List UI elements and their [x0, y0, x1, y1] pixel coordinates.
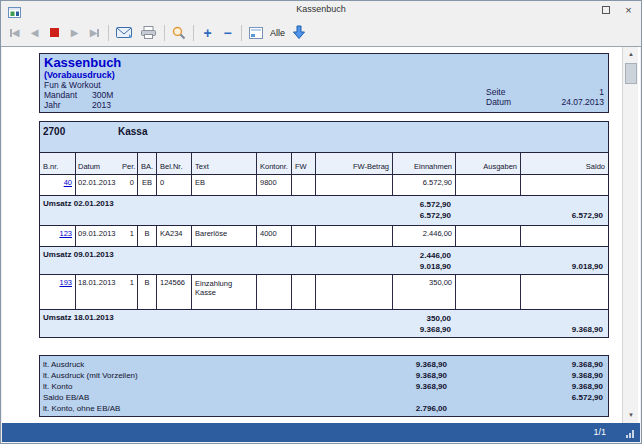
page-icon [249, 27, 263, 39]
account-number: 2700 [43, 126, 118, 152]
zoom-mode-label[interactable]: Alle [270, 28, 285, 38]
account-name: Kassa [118, 126, 147, 152]
mandant-label: Mandant [44, 90, 92, 100]
magnifier-icon [172, 26, 186, 40]
toolbar-separator [193, 25, 194, 41]
booking-number-link[interactable]: 193 [59, 278, 72, 287]
envelope-icon [116, 26, 133, 39]
previous-page-icon: ◀ [31, 28, 39, 38]
booking-number-link[interactable]: 40 [64, 178, 72, 187]
totals-row: lt. Konto, ohne EB/AB 2.796,00 [40, 403, 608, 414]
close-button[interactable]: × [622, 1, 635, 19]
window-title: Kassenbuch [1, 4, 641, 14]
scrollbar-thumb[interactable] [625, 63, 637, 84]
table-header-row: B.nr. Datum Per. BA. Bel.Nr. Text Konton… [40, 153, 608, 175]
next-page-icon: ▶ [71, 28, 79, 38]
totals-row: lt. Ausdruck (mit Vorzeilen) 9.368,90 9.… [40, 370, 608, 381]
export-mail-button[interactable] [116, 24, 133, 42]
totals-box: lt. Ausdruck 9.368,90 9.368,90 lt. Ausdr… [39, 355, 609, 417]
maximize-icon [602, 6, 610, 14]
table-row: 40 02.01.2013 0 EB 0 EB 9800 6.572,90 [40, 175, 608, 196]
go-button[interactable] [292, 24, 306, 42]
resize-grip[interactable] [626, 430, 634, 438]
titlebar: Kassenbuch × [1, 1, 641, 19]
jahr-value: 2013 [92, 100, 111, 110]
last-page-icon [97, 29, 99, 37]
search-button[interactable] [172, 24, 186, 42]
zoom-in-button[interactable]: + [201, 24, 214, 42]
umsatz-row: Umsatz 02.01.2013 6.572,906.572,90 6.572… [40, 196, 608, 226]
previous-page-button[interactable]: ◀ [28, 24, 41, 42]
page-indicator: 1/1 [593, 427, 606, 437]
seite-label: Seite [486, 87, 505, 97]
table-row: 123 09.01.2013 1 B KA234 Barerlöse 4000 … [40, 226, 608, 247]
umsatz-row: Umsatz 09.01.2013 2.446,009.018,90 9.018… [40, 247, 608, 275]
last-page-button[interactable]: ▶ [88, 24, 101, 42]
printer-icon [140, 26, 157, 39]
toolbar-separator [241, 25, 242, 41]
kassenbuch-window: Kassenbuch × ◀ ◀ ▶ ▶ + − Alle [0, 0, 642, 444]
maximize-button[interactable] [599, 1, 612, 19]
seite-value: 1 [599, 87, 604, 97]
zoom-out-button[interactable]: − [221, 24, 234, 42]
toolbar-separator [164, 25, 165, 41]
jahr-label: Jahr [44, 100, 92, 110]
next-page-button[interactable]: ▶ [68, 24, 81, 42]
umsatz-row: Umsatz 18.01.2013 350,009.368,90 9.368,9… [40, 310, 608, 337]
vertical-scrollbar: ▲ ▼ [622, 47, 638, 425]
down-arrow-icon [292, 25, 306, 40]
print-button[interactable] [140, 24, 157, 42]
stop-button[interactable] [48, 24, 61, 42]
table-row: 193 18.01.2013 1 B 124566 Einzahlung Kas… [40, 275, 608, 310]
account-header-row: 2700 Kassa [40, 122, 608, 153]
mandant-value: 300M [92, 90, 113, 100]
page-view-button[interactable] [249, 24, 263, 42]
first-page-button[interactable]: ◀ [8, 24, 21, 42]
toolbar: ◀ ◀ ▶ ▶ + − Alle [1, 19, 641, 47]
totals-row: lt. Konto 9.368,90 9.368,90 [40, 381, 608, 392]
stop-icon [50, 28, 59, 37]
toolbar-separator [108, 25, 109, 41]
totals-row: lt. Ausdruck 9.368,90 9.368,90 [40, 359, 608, 370]
report-title: Kassenbuch [44, 56, 608, 70]
datum-label: Datum [486, 97, 511, 107]
booking-number-link[interactable]: 123 [59, 229, 72, 238]
datum-value: 24.07.2013 [561, 97, 604, 107]
statusbar: 1/1 [2, 423, 640, 442]
totals-row: Saldo EB/AB 6.572,90 [40, 392, 608, 403]
report-view: Kassenbuch (Vorabausdruck) Fun & Workout… [2, 47, 640, 425]
scroll-down-icon[interactable]: ▼ [624, 409, 638, 422]
scroll-up-icon[interactable]: ▲ [624, 48, 638, 61]
kassenbuch-table: 2700 Kassa B.nr. Datum Per. BA. Bel.Nr. … [39, 121, 609, 338]
report-subtitle: (Vorabausdruck) [44, 70, 608, 80]
report-header: Kassenbuch (Vorabausdruck) Fun & Workout… [39, 53, 609, 113]
